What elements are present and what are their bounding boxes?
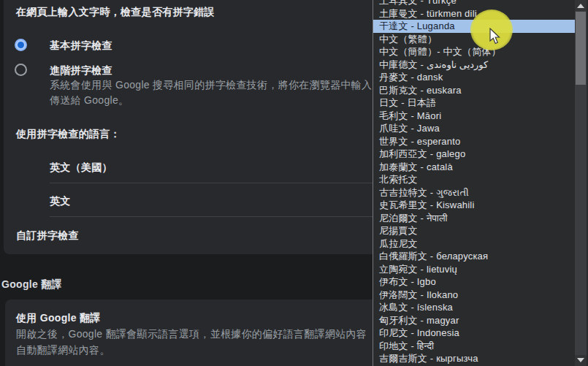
spellcheck-title: 在網頁上輸入文字時，檢查是否有拼字錯誤: [16, 6, 215, 19]
custom-spellcheck-link[interactable]: 自訂拼字檢查: [16, 229, 79, 243]
dropdown-scrollbar[interactable]: [575, 0, 587, 366]
chrome-settings-page: { "colors":{"accent_blue":"#8ab4f8","sel…: [0, 0, 588, 366]
dropdown-option[interactable]: 尼泊爾文 - नेपाली: [373, 212, 575, 225]
dropdown-option[interactable]: 立陶宛文 - lietuvių: [373, 263, 575, 276]
dropdown-option[interactable]: 土耳其文 - Türkçe: [373, 0, 575, 7]
dropdown-option[interactable]: 匈牙利文 - magyar: [373, 314, 575, 327]
enhanced-spellcheck-radio[interactable]: [15, 64, 27, 76]
dropdown-option[interactable]: 丹麥文 - dansk: [373, 71, 575, 84]
dropdown-option[interactable]: 吉爾吉斯文 - кыргызча: [373, 352, 575, 365]
dropdown-option[interactable]: 印地文 - हिन्दी: [373, 340, 575, 353]
scrollbar-up-button[interactable]: [575, 0, 587, 11]
dropdown-option[interactable]: 伊布文 - Igbo: [373, 275, 575, 289]
dropdown-option[interactable]: 加泰蘭文 - català: [373, 161, 575, 174]
dropdown-option[interactable]: 巴斯克文 - euskara: [373, 84, 575, 97]
dropdown-option[interactable]: 史瓦希里文 - Kiswahili: [373, 199, 575, 212]
translate-description-line2: 自動翻譯網站內容。: [16, 344, 110, 357]
spellcheck-languages-title: 使用拼字檢查的語言：: [16, 128, 121, 141]
dropdown-option[interactable]: 毛利文 - Māori: [373, 110, 575, 123]
dropdown-option[interactable]: 中文（繁體）: [373, 33, 575, 46]
dropdown-option[interactable]: 冰島文 - íslenska: [373, 301, 575, 314]
dropdown-option[interactable]: 北索托文: [373, 173, 575, 186]
dropdown-option[interactable]: 瓜拉尼文: [373, 237, 575, 251]
language-dropdown-list: 土耳其文 - Türkçe土庫曼文 - türkmen dili干達文 - Lu…: [373, 0, 575, 365]
enhanced-spellcheck-label[interactable]: 進階拼字檢查: [50, 64, 112, 77]
scrollbar-down-button[interactable]: [575, 355, 587, 366]
language-row-english[interactable]: 英文: [50, 195, 71, 208]
dropdown-option[interactable]: 土庫曼文 - türkmen dili: [373, 7, 575, 20]
enhanced-spellcheck-description-line1: 系統會使用與 Google 搜尋相同的拼字檢查技術，將你在瀏覽器中輸入: [50, 79, 372, 92]
dropdown-option[interactable]: 日文 - 日本語: [373, 96, 575, 110]
language-dropdown: 土耳其文 - Türkçe土庫曼文 - türkmen dili干達文 - Lu…: [373, 0, 588, 366]
dropdown-option[interactable]: 白俄羅斯文 - беларуская: [373, 250, 575, 263]
language-row-english-us[interactable]: 英文（美國）: [50, 161, 112, 175]
dropdown-option[interactable]: 世界文 - esperanto: [373, 135, 575, 148]
dropdown-option[interactable]: 伊洛闊文 - Ilokano: [373, 289, 575, 302]
dropdown-option[interactable]: 中文（簡體）- 中文（简体）: [373, 45, 575, 58]
dropdown-option[interactable]: 加利西亞文 - galego: [373, 148, 575, 161]
dropdown-option[interactable]: 爪哇文 - Jawa: [373, 122, 575, 135]
dropdown-option[interactable]: 干達文 - Luganda: [373, 20, 575, 33]
dropdown-option[interactable]: 中庫德文 - کوردیی ناوەندی: [373, 58, 575, 72]
dropdown-option[interactable]: 印尼文 - Indonesia: [373, 327, 575, 340]
scrollbar-thumb[interactable]: [576, 12, 586, 85]
scroll-up-icon: [577, 4, 584, 8]
enhanced-spellcheck-description-line2: 傳送給 Google。: [50, 94, 129, 107]
basic-spellcheck-label[interactable]: 基本拼字檢查: [50, 39, 112, 53]
use-google-translate-label[interactable]: 使用 Google 翻譯: [16, 312, 101, 325]
scroll-down-icon: [577, 358, 584, 362]
translate-section-title: Google 翻譯: [1, 278, 62, 291]
dropdown-option[interactable]: 古吉拉特文 - ગુજરાતી: [373, 186, 575, 199]
translate-description-line1: 開啟之後，Google 翻譯會顯示語言選項，並根據你的偏好語言翻譯網站內容: [16, 328, 367, 341]
dropdown-option[interactable]: 尼揚賈文: [373, 224, 575, 237]
basic-spellcheck-radio[interactable]: [15, 39, 27, 51]
